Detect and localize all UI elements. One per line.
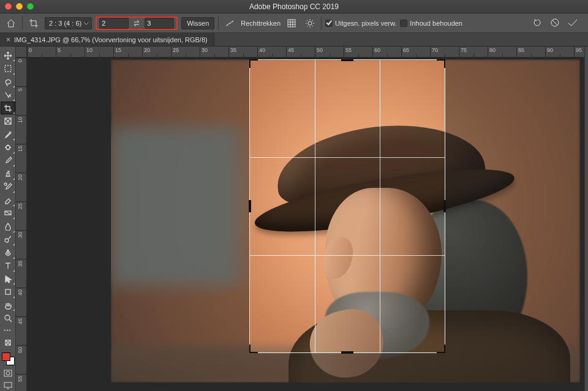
straighten-label: Rechttrekken [241, 20, 281, 27]
move-tool[interactable] [1, 49, 15, 62]
ratio-inputs-highlight [96, 17, 178, 30]
document-image [111, 59, 580, 382]
close-window-button[interactable] [5, 3, 12, 10]
window-controls [5, 3, 34, 10]
vertical-ruler[interactable]: 0510152025303540455055606570758085 [16, 58, 27, 391]
marquee-tool[interactable] [1, 62, 15, 75]
type-tool[interactable] [1, 259, 15, 272]
svg-point-6 [4, 183, 7, 185]
dodge-tool[interactable] [1, 233, 15, 246]
gradient-tool[interactable] [1, 207, 15, 220]
pen-tool[interactable] [1, 246, 15, 259]
clear-ratio-button[interactable]: Wissen [181, 17, 214, 29]
svg-rect-10 [6, 289, 10, 294]
maximize-window-button[interactable] [27, 3, 34, 10]
brush-tool[interactable] [1, 154, 15, 167]
svg-point-1 [308, 21, 312, 25]
overlay-options-icon[interactable] [284, 16, 299, 31]
crop-tool-icon[interactable] [26, 16, 41, 31]
reset-crop-button[interactable] [533, 18, 543, 29]
edit-toolbar-icon[interactable] [1, 336, 15, 349]
ruler-origin[interactable] [16, 47, 27, 58]
crop-width-input[interactable] [99, 18, 129, 29]
document-tab-title: IMG_4314.JPG @ 66,7% (Voorvertoning voor… [14, 36, 208, 43]
crop-preview [249, 59, 445, 353]
ratio-preset-dropdown[interactable]: 2 : 3 (4 : 6) [45, 17, 92, 29]
delete-pixels-checkbox[interactable]: Uitgesn. pixels verw. [325, 20, 396, 27]
checkbox-icon [325, 20, 333, 27]
eraser-tool[interactable] [1, 193, 15, 206]
content-aware-checkbox[interactable]: Inhoud behouden [400, 20, 462, 27]
swap-dimensions-button[interactable] [131, 18, 142, 29]
canvas-area[interactable]: 0510152025303540455055606570758085909510… [16, 47, 584, 391]
document-tab[interactable]: × IMG_4314.JPG @ 66,7% (Voorvertoning vo… [0, 33, 214, 46]
canvas-stage[interactable] [27, 58, 584, 391]
toolbar-more-icon[interactable]: ••• [4, 327, 11, 333]
foreground-color-swatch[interactable] [2, 352, 10, 361]
crop-tool[interactable] [1, 102, 15, 114]
path-select-tool[interactable] [1, 272, 15, 285]
close-tab-icon[interactable]: × [6, 35, 10, 44]
document-tab-bar: × IMG_4314.JPG @ 66,7% (Voorvertoning vo… [0, 33, 588, 47]
eyedropper-tool[interactable] [1, 128, 15, 141]
panel-gutter[interactable] [584, 47, 588, 391]
checkbox-icon [400, 20, 407, 27]
lasso-tool[interactable] [1, 75, 15, 88]
svg-rect-0 [288, 20, 295, 27]
svg-rect-15 [4, 382, 12, 387]
minimize-window-button[interactable] [16, 3, 23, 10]
history-brush-tool[interactable] [1, 181, 15, 193]
commit-crop-button[interactable] [567, 18, 578, 29]
zoom-tool[interactable] [1, 311, 15, 324]
crop-height-input[interactable] [145, 18, 174, 29]
home-icon[interactable] [4, 16, 18, 31]
svg-point-14 [6, 371, 10, 375]
cancel-crop-button[interactable] [550, 18, 560, 29]
clone-stamp-tool[interactable] [1, 167, 15, 180]
options-bar: 2 : 3 (4 : 6) Wissen Rechttrekken Uitges… [0, 13, 588, 33]
horizontal-ruler[interactable]: 0510152025303540455055606570758085909510… [27, 47, 584, 58]
app-title: Adobe Photoshop CC 2019 [0, 2, 588, 11]
hand-tool[interactable] [1, 299, 15, 311]
blur-tool[interactable] [1, 220, 15, 233]
tools-panel: ••• [0, 47, 16, 391]
screenmode-toggle[interactable] [1, 380, 15, 391]
quick-select-tool[interactable] [1, 88, 15, 101]
ratio-preset-value: 2 : 3 (4 : 6) [49, 20, 81, 27]
quickmask-toggle[interactable] [1, 368, 15, 379]
svg-point-8 [5, 239, 9, 242]
shape-tool[interactable] [1, 285, 15, 298]
crop-options-gear-icon[interactable] [303, 16, 317, 31]
svg-rect-3 [5, 65, 11, 72]
straighten-icon[interactable] [222, 16, 237, 31]
healing-brush-tool[interactable] [1, 141, 15, 154]
window-titlebar: Adobe Photoshop CC 2019 [0, 0, 588, 13]
svg-point-11 [5, 315, 10, 320]
frame-tool[interactable] [1, 114, 15, 127]
color-swatches[interactable] [1, 351, 15, 367]
